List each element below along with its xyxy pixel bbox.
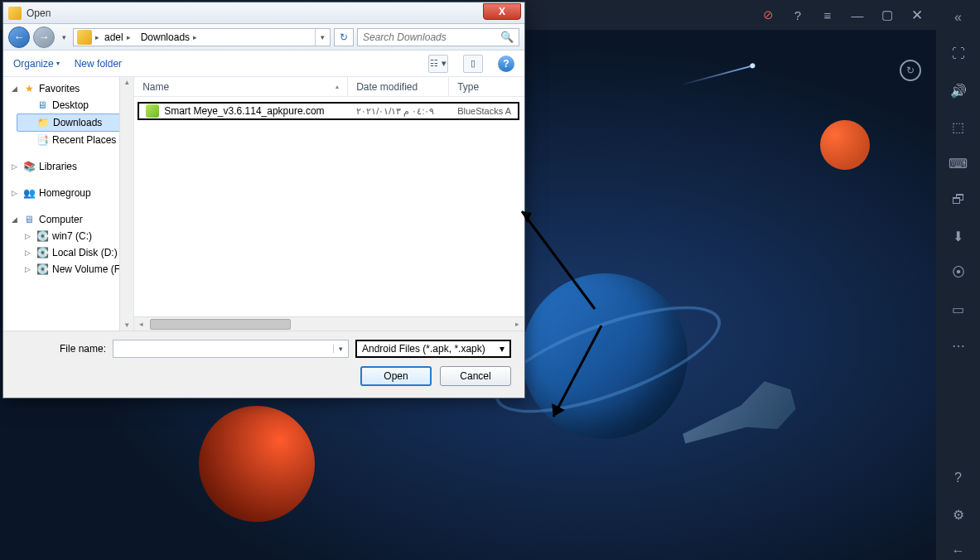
tree-computer[interactable]: ◢ 🖥 Computer <box>3 211 133 228</box>
tree-scrollbar[interactable] <box>119 77 133 331</box>
sort-indicator-icon: ▴ <box>336 83 339 90</box>
multi-instance-icon[interactable]: 🗗 <box>949 191 968 209</box>
open-file-dialog: Open X ← → ▾ ▸ adel▸ Downloads▸ ▾ ↻ 🔍 Or… <box>2 2 525 398</box>
tree-recent[interactable]: 📑 Recent Places <box>17 132 133 148</box>
expand-icon[interactable]: ▷ <box>23 249 32 257</box>
help-sidebar-icon[interactable]: ? <box>949 469 968 487</box>
minimize-icon[interactable]: — <box>850 7 865 22</box>
drive-icon: 💽 <box>36 263 49 276</box>
nav-back-button[interactable]: ← <box>8 27 30 48</box>
organize-menu[interactable]: Organize▾ <box>13 58 60 70</box>
search-icon[interactable]: 🔍 <box>500 31 514 43</box>
preview-pane-button[interactable]: ▯ <box>463 55 483 73</box>
help-icon[interactable]: ? <box>790 7 805 22</box>
view-mode-button[interactable]: ☷ ▾ <box>428 55 448 73</box>
breadcrumb-segment: Downloads▸ <box>136 31 202 43</box>
breadcrumb[interactable]: ▸ adel▸ Downloads▸ ▾ <box>73 28 331 46</box>
libraries-icon: 📚 <box>22 160 36 173</box>
expand-icon[interactable]: ▷ <box>10 162 19 171</box>
open-button[interactable]: Open <box>360 366 432 386</box>
tree-favorites[interactable]: ◢ ★ Favorites <box>3 80 133 97</box>
history-icon[interactable]: ↻ <box>900 60 921 81</box>
settings-icon[interactable]: ⚙ <box>949 505 968 524</box>
dialog-close-button[interactable]: X <box>483 3 521 20</box>
planet-decor <box>199 406 315 522</box>
more-icon[interactable]: ⋯ <box>949 336 968 355</box>
file-row[interactable]: Smart Meye_v3.6.114_apkpure.com ٠٤:٠٩ م … <box>138 102 519 120</box>
chevron-right-icon[interactable]: ▸ <box>127 33 131 41</box>
filename-dropdown[interactable]: ▾ <box>333 345 348 353</box>
tree-drive-c[interactable]: ▷ 💽 win7 (C:) <box>17 228 133 244</box>
pointer-icon[interactable]: ⬚ <box>949 118 968 136</box>
planet-decor <box>522 273 688 439</box>
keyboard-icon[interactable]: ⌨ <box>949 154 968 172</box>
spaceship-decor <box>675 375 800 453</box>
cancel-button[interactable]: Cancel <box>440 366 511 386</box>
tree-libraries[interactable]: ▷ 📚 Libraries <box>3 158 133 175</box>
volume-icon[interactable]: 🔊 <box>949 81 968 99</box>
expand-icon[interactable]: ▷ <box>23 232 32 240</box>
breadcrumb-segment: adel▸ <box>99 31 136 43</box>
dialog-navbar: ← → ▾ ▸ adel▸ Downloads▸ ▾ ↻ 🔍 <box>3 24 524 51</box>
collapse-icon[interactable]: « <box>949 8 968 27</box>
file-type: BlueStacks A <box>451 106 518 116</box>
maximize-icon[interactable]: ▢ <box>880 7 895 22</box>
tree-homegroup[interactable]: ▷ 👥 Homegroup <box>3 185 133 201</box>
tree-downloads[interactable]: 📁 Downloads <box>17 113 133 132</box>
back-icon[interactable]: ← <box>949 542 968 560</box>
apk-file-icon <box>146 104 159 118</box>
tree-drive-d[interactable]: ▷ 💽 Local Disk (D:) <box>17 244 133 261</box>
new-folder-button[interactable]: New folder <box>75 58 122 70</box>
bluestacks-sidebar: « ⛶ 🔊 ⬚ ⌨ 🗗 ⬇ ⦿ ▭ ⋯ ? ⚙ ← <box>936 0 980 560</box>
collapse-icon[interactable]: ◢ <box>10 215 19 224</box>
file-list: Name ▴ Date modified Type Smart Meye_v3.… <box>134 77 524 331</box>
recent-icon: 📑 <box>36 133 49 147</box>
refresh-button[interactable]: ↻ <box>334 28 354 46</box>
apk-icon[interactable]: ⬇ <box>949 227 968 245</box>
column-type[interactable]: Type <box>449 77 524 96</box>
dialog-title: Open <box>27 7 483 19</box>
file-date: ٠٤:٠٩ م ٢٠٢١/٠١/١٣ <box>350 106 451 117</box>
dialog-footer: File name: ▾ Android Files (*.apk, *.xap… <box>3 331 524 398</box>
file-type-filter[interactable]: Android Files (*.apk, *.xapk) ▾ <box>355 340 511 358</box>
column-name[interactable]: Name ▴ <box>134 77 348 96</box>
close-icon[interactable]: ✕ <box>910 7 924 22</box>
menu-icon[interactable]: ≡ <box>820 7 835 22</box>
folder-icon: 📁 <box>36 116 50 129</box>
dialog-titlebar[interactable]: Open X <box>3 2 524 24</box>
horizontal-scrollbar[interactable]: ◂ ▸ <box>134 316 524 331</box>
drive-icon: 💽 <box>36 246 49 259</box>
tree-drive-f[interactable]: ▷ 💽 New Volume (F:) <box>17 261 133 278</box>
search-box[interactable]: 🔍 <box>357 28 519 46</box>
file-list-header: Name ▴ Date modified Type <box>134 77 524 97</box>
drive-icon: 💽 <box>36 229 49 243</box>
computer-icon: 🖥 <box>22 213 36 226</box>
desktop-icon: 🖥 <box>36 99 49 112</box>
nav-history-dropdown[interactable]: ▾ <box>58 33 70 41</box>
chevron-right-icon[interactable]: ▸ <box>193 33 197 41</box>
dialog-title-icon <box>8 7 22 20</box>
nav-forward-button[interactable]: → <box>33 27 55 48</box>
expand-icon[interactable]: ▷ <box>23 265 32 273</box>
folder-tree: ◢ ★ Favorites 🖥 Desktop 📁 Downloads <box>3 77 134 331</box>
record-icon[interactable]: ▭ <box>949 300 968 318</box>
help-button[interactable]: ? <box>498 56 514 72</box>
planet-decor <box>820 120 870 170</box>
filename-input-wrapper: ▾ <box>113 340 349 358</box>
chevron-down-icon: ▾ <box>500 343 504 355</box>
filename-input[interactable] <box>113 343 333 355</box>
collapse-icon[interactable]: ◢ <box>10 84 19 93</box>
search-input[interactable] <box>363 31 500 43</box>
column-date[interactable]: Date modified <box>348 77 449 96</box>
fullscreen-icon[interactable]: ⛶ <box>949 45 968 63</box>
expand-icon[interactable]: ▷ <box>10 189 19 197</box>
dialog-toolbar: Organize▾ New folder ☷ ▾ ▯ ? <box>3 51 524 77</box>
folder-icon <box>77 30 92 45</box>
file-name: Smart Meye_v3.6.114_apkpure.com <box>164 105 324 117</box>
camera-icon[interactable]: ⦿ <box>949 263 968 282</box>
breadcrumb-dropdown[interactable]: ▾ <box>315 29 330 46</box>
tree-desktop[interactable]: 🖥 Desktop <box>17 97 133 113</box>
alert-icon[interactable]: ⊘ <box>760 7 775 22</box>
comet-decor <box>680 65 752 85</box>
filename-label: File name: <box>17 343 106 355</box>
